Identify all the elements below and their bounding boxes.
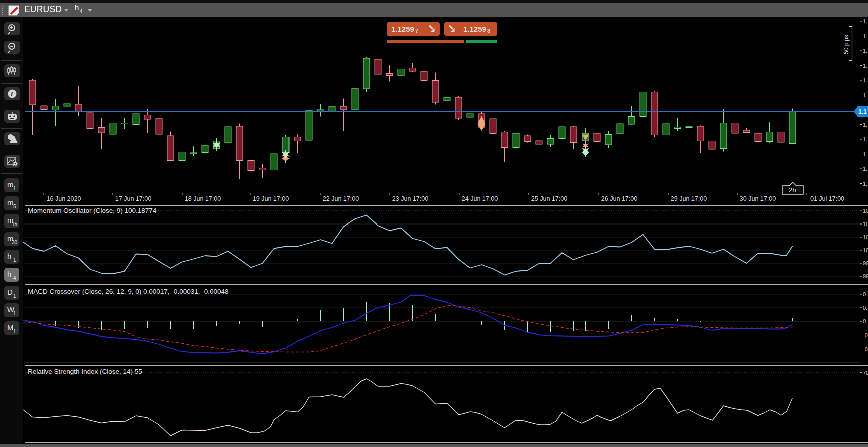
svg-text:50 pips: 50 pips <box>843 35 850 54</box>
svg-text:h: h <box>75 3 79 12</box>
svg-text:1.1: 1.1 <box>863 77 868 83</box>
svg-text:0.: 0. <box>863 305 867 311</box>
svg-text:29 Jun 17:00: 29 Jun 17:00 <box>671 195 707 202</box>
svg-text:30 Jun 17:00: 30 Jun 17:00 <box>740 195 776 202</box>
svg-text:70: 70 <box>863 370 868 376</box>
svg-text:17 Jun 17:00: 17 Jun 17:00 <box>115 195 151 202</box>
svg-text:99: 99 <box>863 260 868 266</box>
svg-text:1: 1 <box>13 186 16 191</box>
svg-text:26 Jun 17:00: 26 Jun 17:00 <box>601 195 637 202</box>
svg-text:10: 10 <box>863 208 868 214</box>
svg-text:16 Jun 2020: 16 Jun 2020 <box>47 195 81 202</box>
svg-text:1.1: 1.1 <box>863 151 868 157</box>
svg-text:1.1259: 1.1259 <box>391 25 414 33</box>
svg-text:01 Jul 17:00: 01 Jul 17:00 <box>810 195 844 202</box>
svg-text:10: 10 <box>863 221 868 227</box>
svg-text:1.1: 1.1 <box>863 166 868 172</box>
svg-text:-0: -0 <box>863 332 868 338</box>
svg-text:8: 8 <box>487 28 490 34</box>
svg-text:1.1: 1.1 <box>863 181 868 187</box>
svg-text:EURUSD: EURUSD <box>24 4 62 14</box>
svg-text:4: 4 <box>13 275 16 281</box>
svg-text:4: 4 <box>80 9 83 14</box>
svg-text:m: m <box>7 180 14 189</box>
svg-text:1.1: 1.1 <box>863 136 868 142</box>
svg-text:30: 30 <box>12 240 18 245</box>
svg-text:Momentum Oscillator (Close, 9): Momentum Oscillator (Close, 9) 100.18774 <box>28 207 157 214</box>
svg-text:1: 1 <box>13 257 16 263</box>
svg-text:0.: 0. <box>863 318 867 324</box>
svg-text:1.1: 1.1 <box>863 122 868 128</box>
svg-text:1.1: 1.1 <box>863 92 868 98</box>
svg-text:0.: 0. <box>863 291 867 297</box>
svg-text:10: 10 <box>863 247 868 253</box>
svg-text:1.1259: 1.1259 <box>463 25 486 33</box>
svg-text:5: 5 <box>13 204 16 209</box>
svg-text:18 Jun 17:00: 18 Jun 17:00 <box>185 195 221 202</box>
svg-text:D: D <box>7 288 13 296</box>
svg-text:1: 1 <box>13 329 16 334</box>
svg-text:MACD Crossover (Close, 26, 12,: MACD Crossover (Close, 26, 12, 9, 0) 0.0… <box>28 288 228 295</box>
svg-text:1: 1 <box>13 293 16 299</box>
svg-text:10: 10 <box>863 234 868 240</box>
svg-text:M: M <box>7 323 14 332</box>
svg-text:1.1: 1.1 <box>863 48 868 54</box>
svg-text:24 Jun 17:00: 24 Jun 17:00 <box>462 195 498 202</box>
svg-text:99: 99 <box>863 273 868 279</box>
svg-text:22 Jun 17:00: 22 Jun 17:00 <box>323 195 359 202</box>
svg-text:Relative Strength Index (Close: Relative Strength Index (Close, 14) 55 <box>28 368 142 375</box>
svg-text:2h: 2h <box>789 186 796 194</box>
svg-text:25 Jun 17:00: 25 Jun 17:00 <box>531 195 567 202</box>
svg-text:1.1: 1.1 <box>858 108 867 115</box>
svg-text:m: m <box>7 198 14 207</box>
svg-text:7: 7 <box>415 28 418 34</box>
svg-text:h: h <box>7 270 11 278</box>
svg-text:19 Jun 17:00: 19 Jun 17:00 <box>253 195 289 202</box>
svg-text:h: h <box>7 252 11 260</box>
svg-text:-0: -0 <box>863 346 868 352</box>
svg-text:1.1: 1.1 <box>863 63 868 69</box>
svg-text:1: 1 <box>13 311 16 316</box>
svg-text:1.1: 1.1 <box>863 18 868 24</box>
svg-text:23 Jun 17:00: 23 Jun 17:00 <box>392 195 428 202</box>
svg-text:1.1: 1.1 <box>863 33 868 39</box>
svg-text:15: 15 <box>12 221 18 227</box>
